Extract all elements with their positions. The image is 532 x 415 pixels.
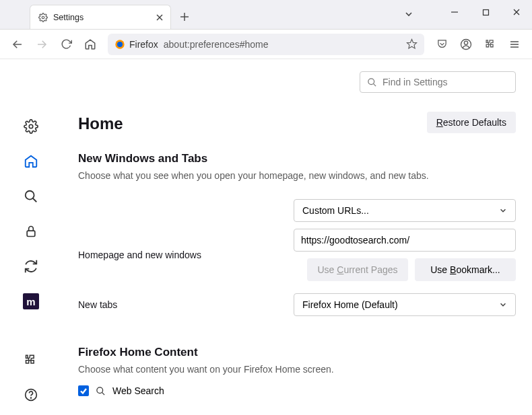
lock-icon <box>24 224 38 239</box>
gear-icon <box>24 119 38 134</box>
chevron-down-icon <box>404 9 413 19</box>
svg-point-27 <box>97 387 103 393</box>
sidebar-support[interactable] <box>18 381 44 408</box>
sidebar-extensions[interactable] <box>18 346 44 373</box>
toolbar: Firefox about:preferences#home <box>0 30 532 59</box>
url-text: about:preferences#home <box>164 39 401 50</box>
tab-title: Settings <box>53 13 149 22</box>
section-windows-tabs-sub: Choose what you see when you open your h… <box>78 169 516 183</box>
arrow-right-icon <box>36 38 48 50</box>
homepage-url-label: Homepage and new windows <box>78 250 294 260</box>
chevron-down-icon <box>499 301 507 309</box>
bookmark-star-icon[interactable] <box>406 38 418 50</box>
minimize-icon <box>451 8 459 16</box>
pocket-icon <box>436 38 448 50</box>
gear-icon <box>38 13 48 22</box>
extensions-button[interactable] <box>479 34 501 55</box>
sidebar-search[interactable] <box>18 183 44 210</box>
svg-line-21 <box>33 198 37 202</box>
firefox-icon <box>114 39 125 50</box>
svg-rect-22 <box>27 231 35 236</box>
tabs-dropdown-button[interactable] <box>393 9 424 19</box>
forward-button <box>31 34 53 55</box>
use-bookmark-button[interactable]: Use Bookmark... <box>415 258 516 281</box>
checkmark-icon <box>79 387 88 395</box>
sync-icon <box>24 259 38 274</box>
arrow-left-icon <box>11 38 24 50</box>
newtabs-select-value: Firefox Home (Default) <box>302 299 398 310</box>
tab-close-button[interactable] <box>154 12 165 23</box>
new-tab-button[interactable] <box>175 7 194 26</box>
search-icon <box>96 386 106 396</box>
window-controls <box>439 0 532 24</box>
url-bar[interactable]: Firefox about:preferences#home <box>108 34 424 55</box>
back-button[interactable] <box>7 34 28 55</box>
reload-icon <box>61 38 72 50</box>
svg-line-26 <box>373 83 376 86</box>
close-icon <box>512 8 521 16</box>
homepage-url-input[interactable] <box>294 229 516 252</box>
restore-label: estore Defaults <box>443 117 506 128</box>
reload-button[interactable] <box>55 34 77 55</box>
app-menu-button[interactable] <box>504 34 525 55</box>
svg-point-12 <box>117 42 123 47</box>
home-icon <box>24 154 38 169</box>
restore-defaults-button[interactable]: Restore Defaults <box>427 112 516 133</box>
homepage-select-value: Custom URLs... <box>302 205 369 216</box>
sidebar-home[interactable] <box>18 148 44 175</box>
maximize-button[interactable] <box>470 0 501 24</box>
web-search-label: Web Search <box>112 385 164 396</box>
main-panel: Find in Settings Home Restore Defaults N… <box>62 59 532 415</box>
maximize-icon <box>482 9 490 16</box>
close-button[interactable] <box>501 0 532 24</box>
svg-point-15 <box>464 41 467 44</box>
tab-settings[interactable]: Settings <box>30 5 171 29</box>
mozilla-icon: m <box>23 293 39 309</box>
minimize-button[interactable] <box>439 0 470 24</box>
settings-sidebar: m <box>0 59 62 415</box>
chevron-down-icon <box>499 206 507 215</box>
svg-marker-13 <box>407 39 416 48</box>
svg-point-25 <box>368 78 374 84</box>
web-search-row: Web Search <box>78 385 516 396</box>
svg-line-28 <box>102 392 104 395</box>
search-icon <box>367 77 377 87</box>
svg-point-0 <box>42 16 44 19</box>
svg-point-19 <box>29 124 33 128</box>
identity-box[interactable]: Firefox <box>114 39 158 50</box>
settings-search-input[interactable]: Find in Settings <box>360 71 516 93</box>
plus-icon <box>180 12 189 22</box>
newtabs-row: New tabs Firefox Home (Default) <box>78 293 516 316</box>
sidebar-sync[interactable] <box>18 253 44 280</box>
content: m Find in Settings Home Restore Defaults… <box>0 59 532 415</box>
homepage-row: Custom URLs... <box>78 199 516 222</box>
newtabs-select[interactable]: Firefox Home (Default) <box>294 293 516 316</box>
section-home-content-sub: Choose what content you want on your Fir… <box>78 363 516 377</box>
question-icon <box>24 388 38 402</box>
puzzle-icon <box>485 38 496 50</box>
homepage-mode-select[interactable]: Custom URLs... <box>294 199 516 222</box>
section-home-content-title: Firefox Home Content <box>78 346 516 359</box>
use-current-pages-button: Use Current Pages <box>307 258 408 281</box>
svg-point-24 <box>31 398 32 398</box>
tab-strip: Settings <box>0 0 532 30</box>
section-windows-tabs-title: New Windows and Tabs <box>78 152 516 165</box>
search-icon <box>24 189 38 204</box>
hamburger-icon <box>509 39 520 50</box>
puzzle-icon <box>24 353 38 367</box>
search-placeholder: Find in Settings <box>383 77 448 87</box>
sidebar-more-mozilla[interactable]: m <box>18 288 44 315</box>
account-button[interactable] <box>455 34 477 55</box>
sidebar-privacy[interactable] <box>18 218 44 245</box>
homepage-url-row: Homepage and new windows Use Current Pag… <box>78 229 516 281</box>
web-search-checkbox[interactable] <box>78 385 89 396</box>
account-icon <box>460 38 472 50</box>
pocket-button[interactable] <box>431 34 453 55</box>
newtabs-label: New tabs <box>78 299 294 310</box>
home-icon <box>84 38 96 50</box>
svg-point-20 <box>26 191 34 200</box>
home-button[interactable] <box>79 34 101 55</box>
close-icon <box>156 13 164 22</box>
svg-rect-6 <box>483 9 488 15</box>
sidebar-general[interactable] <box>18 113 44 140</box>
